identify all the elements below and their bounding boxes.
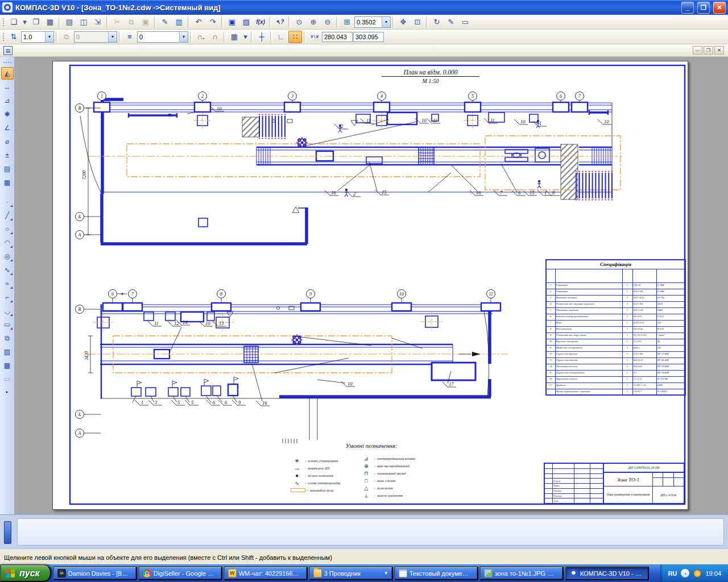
panel-geometry-button[interactable]: ◭ xyxy=(1,67,14,80)
tool-ellipse-button[interactable]: ◎ xyxy=(1,250,14,263)
tool-collect-contour-button[interactable]: ⧉ xyxy=(1,332,14,344)
redo-button[interactable]: ↷ xyxy=(206,16,220,28)
tool-line-button[interactable]: ╱ xyxy=(1,209,14,222)
property-panel-handle[interactable] xyxy=(4,521,11,544)
panel-reports-button[interactable]: ▦ xyxy=(1,176,14,189)
layer-combo[interactable]: 0▼ xyxy=(137,31,188,43)
place-document-button[interactable]: ⇲ xyxy=(91,16,105,28)
panel-dimensions-button[interactable]: ↔ xyxy=(1,81,14,93)
toolbar-scroll-icon[interactable]: ▸ xyxy=(6,389,8,394)
paste-button[interactable]: ▣ xyxy=(139,16,152,28)
round-snap-button[interactable]: ∷ xyxy=(288,31,302,43)
grid-button[interactable]: ▦ xyxy=(228,31,241,43)
hide-icons-chevron[interactable]: ‹ xyxy=(681,569,689,577)
copy-properties-button[interactable]: ✎ xyxy=(158,16,172,28)
undo-button[interactable]: ↶ xyxy=(192,16,205,28)
minimize-button[interactable]: _ xyxy=(681,2,694,14)
zoom-in-button[interactable]: ⊕ xyxy=(307,16,320,28)
task-explorer-group[interactable]: 3 Проводник ▼ xyxy=(309,566,393,580)
ortho-button[interactable]: ∟ xyxy=(274,31,288,43)
mdi-close-button[interactable]: ✕ xyxy=(714,46,724,55)
separator[interactable] xyxy=(59,16,61,28)
new-dropdown[interactable]: ▾ xyxy=(21,16,28,28)
separator[interactable] xyxy=(106,16,109,28)
context-help-button[interactable]: ↖? xyxy=(273,16,287,28)
pan-button[interactable]: ✥ xyxy=(396,16,410,28)
tool-bezier-button[interactable]: ≈ xyxy=(1,277,14,290)
rebuild-button[interactable]: ↻ xyxy=(430,16,444,28)
tool-arc-button[interactable]: ◠ xyxy=(1,236,14,249)
start-button[interactable]: пуск xyxy=(0,564,51,582)
menu-tools[interactable] xyxy=(61,49,71,52)
toolbar-grip[interactable] xyxy=(2,17,5,27)
drawing-sheet[interactable]: 1234567ВБА67891011ВБА1021110111110110162… xyxy=(52,61,688,510)
task-kompas[interactable]: К КОМПАС-3D V10 - … ▼ xyxy=(565,566,649,580)
task-zona-jpg[interactable]: зона то-1№1.JPG … ▼ xyxy=(479,566,564,580)
separator[interactable] xyxy=(154,16,156,28)
drawing-area[interactable]: 1234567ВБА67891011ВБА1021110111110110162… xyxy=(15,57,728,514)
separator[interactable] xyxy=(188,16,190,28)
cut-button[interactable]: ✂ xyxy=(110,16,124,28)
preview-button[interactable]: ◫ xyxy=(77,16,90,28)
open-button[interactable]: ❐ xyxy=(29,16,43,28)
messenger-tray-icon[interactable] xyxy=(693,569,701,577)
refresh-screen-button[interactable]: ▭ xyxy=(458,16,472,28)
menu-insert[interactable] xyxy=(52,49,61,52)
tool-hatch-button[interactable]: ▩ xyxy=(1,359,14,372)
copy-button[interactable]: ⧉ xyxy=(125,16,138,28)
tool-rectangle-button[interactable]: ▭ xyxy=(1,318,14,331)
grid-dropdown[interactable]: ▾ xyxy=(242,31,249,43)
menu-editor[interactable] xyxy=(25,49,34,52)
panel-selection-button[interactable]: ± xyxy=(1,149,14,161)
tool-hatch-lines-button[interactable]: ▨ xyxy=(1,346,14,358)
language-indicator[interactable]: RU xyxy=(668,570,677,577)
menu-service[interactable] xyxy=(80,49,89,52)
close-button[interactable]: ✕ xyxy=(713,2,726,14)
document-menu-icon[interactable]: ▤ xyxy=(3,46,13,55)
spec-editor-button[interactable]: ▥ xyxy=(172,16,186,28)
menu-select[interactable] xyxy=(34,49,43,52)
zoom-area-button[interactable]: ⊞ xyxy=(340,16,354,28)
chevron-down-icon[interactable]: ▼ xyxy=(179,32,188,42)
variables-button[interactable]: f(x) xyxy=(254,16,267,28)
menu-specification[interactable] xyxy=(71,49,80,52)
toolbar-grip[interactable] xyxy=(2,32,5,42)
menu-window[interactable] xyxy=(89,49,98,52)
tool-point-button[interactable]: ∙ xyxy=(1,196,14,208)
tool-chamfer-button[interactable]: ⌐ xyxy=(1,291,14,304)
menu-file[interactable] xyxy=(16,49,25,52)
panel-designations-button[interactable]: ⊿ xyxy=(1,94,14,107)
separator[interactable] xyxy=(269,16,271,28)
menu-libraries[interactable] xyxy=(107,49,116,52)
coord-y-field[interactable]: 303.095 xyxy=(353,32,384,42)
separator[interactable] xyxy=(336,16,338,28)
chevron-down-icon[interactable]: ▼ xyxy=(382,17,390,27)
zoom-select-button[interactable]: ⊙ xyxy=(292,16,306,28)
copies-combo[interactable]: 0▼ xyxy=(74,31,117,43)
zoom-scale-combo[interactable]: 0.3502▼ xyxy=(354,16,391,28)
panel-parameterization-button[interactable]: ∠ xyxy=(1,122,14,134)
mdi-restore-button[interactable]: ❐ xyxy=(704,46,713,55)
new-button[interactable]: ❏ xyxy=(7,16,20,28)
layers-icon[interactable]: ≡ xyxy=(123,31,136,43)
tool-fillet-button[interactable]: ◡ xyxy=(1,305,14,317)
menu-view[interactable] xyxy=(43,49,52,52)
task-digiseller[interactable]: DigiSeller - Google … ▼ xyxy=(138,566,222,580)
tool-circle-button[interactable]: ○ xyxy=(1,223,14,235)
global-snap-button[interactable]: ∩. xyxy=(194,31,208,43)
menu-help[interactable] xyxy=(98,49,107,52)
step-combo[interactable]: 1.0▼ xyxy=(21,31,54,43)
show-all-button[interactable]: ⊡ xyxy=(411,16,424,28)
mdi-minimize-button[interactable]: — xyxy=(693,46,702,55)
separator[interactable] xyxy=(288,16,291,28)
panel-specification-button[interactable]: ▤ xyxy=(1,163,14,175)
task-damion-davies[interactable]: ☠ Damion Davies - [B… ▼ xyxy=(53,566,137,580)
separator[interactable] xyxy=(392,16,395,28)
chevron-down-icon[interactable]: ▼ xyxy=(108,32,117,42)
tool-spline-button[interactable]: ∿ xyxy=(1,264,14,276)
separator[interactable] xyxy=(426,16,428,28)
zoom-out-button[interactable]: ⊖ xyxy=(321,16,334,28)
redraw-button[interactable]: ✎ xyxy=(444,16,458,28)
toolbar-grip[interactable] xyxy=(3,61,12,64)
save-button[interactable]: ▦ xyxy=(43,16,57,28)
